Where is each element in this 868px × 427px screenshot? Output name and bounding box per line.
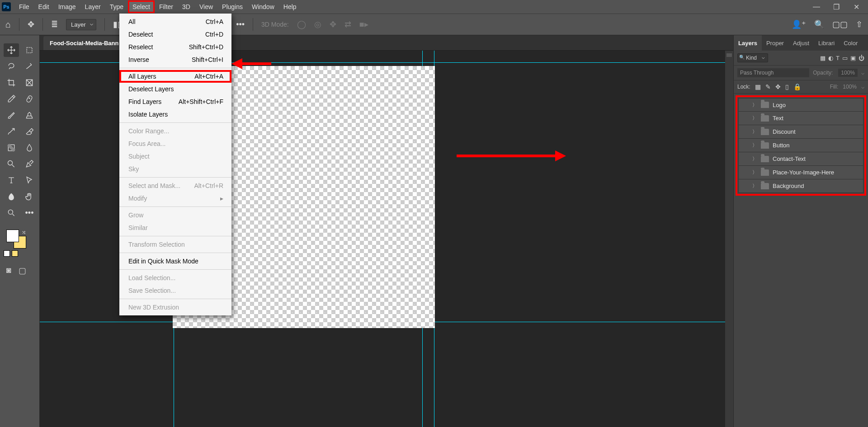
menu-item-deselect[interactable]: DeselectCtrl+D: [119, 28, 231, 41]
3d-slide-icon[interactable]: ⇄: [344, 19, 351, 29]
layer-logo[interactable]: 〉Logo: [738, 98, 863, 112]
filter-toggle-icon[interactable]: ⏻: [859, 55, 864, 61]
layer-discount[interactable]: 〉Discount: [738, 125, 863, 139]
panel-tab-layers[interactable]: Layers: [734, 35, 762, 51]
filter-kind-dropdown[interactable]: Kind: [737, 53, 768, 62]
move-tool[interactable]: [4, 43, 19, 57]
panel-tab-adjust[interactable]: Adjust: [788, 35, 814, 51]
autoselect-type-dropdown[interactable]: Layer: [66, 19, 96, 30]
window-restore-button[interactable]: ❐: [826, 1, 846, 12]
menu-item-reselect[interactable]: ReselectShift+Ctrl+D: [119, 41, 231, 53]
color-swatches[interactable]: ⤭: [4, 230, 36, 250]
lock-position-icon[interactable]: ✥: [775, 83, 781, 90]
menu-type[interactable]: Type: [105, 0, 128, 13]
swap-colors-icon[interactable]: ⤭: [22, 230, 26, 235]
menu-3d[interactable]: 3D: [178, 0, 195, 13]
menu-layer[interactable]: Layer: [80, 0, 105, 13]
filter-type-icon[interactable]: T: [836, 55, 840, 61]
filter-smart-icon[interactable]: ▣: [850, 55, 856, 61]
dodge-tool[interactable]: [4, 157, 19, 171]
menu-item-edit-in-quick-mask-mode[interactable]: Edit in Quick Mask Mode: [119, 255, 231, 267]
3d-pan-icon[interactable]: ✥: [330, 19, 336, 29]
more-options-icon[interactable]: •••: [236, 20, 245, 29]
panel-tab-color[interactable]: Color: [839, 35, 862, 51]
brush-tool[interactable]: [4, 108, 19, 122]
visibility-toggle[interactable]: [741, 101, 749, 108]
menu-image[interactable]: Image: [54, 0, 80, 13]
layer-button[interactable]: 〉Button: [738, 139, 863, 152]
menu-view[interactable]: View: [195, 0, 217, 13]
menu-help[interactable]: Help: [279, 0, 301, 13]
cloud-docs-icon[interactable]: 👤⁺: [792, 19, 806, 29]
blur-tool[interactable]: [22, 141, 37, 155]
workspace-icon[interactable]: ▢▢: [832, 19, 848, 29]
type-tool[interactable]: [4, 174, 19, 187]
expand-icon[interactable]: 〉: [752, 102, 757, 108]
expand-icon[interactable]: 〉: [752, 128, 757, 135]
menu-item-isolate-layers[interactable]: Isolate Layers: [119, 108, 231, 121]
menu-item-all[interactable]: AllCtrl+A: [119, 15, 231, 28]
quick-mask-icon[interactable]: ◙: [6, 266, 11, 276]
layer-place-your-image-here[interactable]: 〉Place-Your-Image-Here: [738, 166, 863, 179]
layer-text[interactable]: 〉Text: [738, 112, 863, 125]
home-button[interactable]: ⌂: [5, 19, 11, 30]
visibility-toggle[interactable]: [741, 142, 749, 149]
vertical-scrollbar[interactable]: [725, 51, 733, 427]
artboard-tool[interactable]: [22, 43, 37, 57]
visibility-toggle[interactable]: [741, 183, 749, 190]
expand-icon[interactable]: 〉: [752, 115, 757, 122]
panel-tab-proper[interactable]: Proper: [762, 35, 788, 51]
healing-brush-tool[interactable]: [22, 92, 37, 106]
menu-window[interactable]: Window: [247, 0, 279, 13]
menu-select[interactable]: Select: [128, 0, 155, 13]
shape-tool[interactable]: [4, 190, 19, 203]
frame-tool[interactable]: [22, 76, 37, 89]
3d-roll-icon[interactable]: ◎: [314, 19, 321, 29]
lock-transparency-icon[interactable]: ▦: [755, 83, 761, 90]
filter-pixel-icon[interactable]: ▩: [820, 55, 826, 61]
hand-tool[interactable]: [22, 190, 37, 203]
edit-toolbar-button[interactable]: •••: [22, 206, 37, 220]
opacity-value[interactable]: 100%: [838, 69, 858, 77]
gradient-tool[interactable]: [4, 141, 19, 155]
expand-icon[interactable]: 〉: [752, 155, 757, 162]
zoom-tool[interactable]: [4, 206, 19, 220]
panel-tab-librari[interactable]: Librari: [814, 35, 839, 51]
visibility-toggle[interactable]: [741, 115, 749, 122]
autoselect-layers-icon[interactable]: ≣: [51, 19, 58, 29]
3d-orbit-icon[interactable]: ◯: [297, 19, 306, 29]
menu-edit[interactable]: Edit: [34, 0, 54, 13]
window-minimize-button[interactable]: —: [807, 1, 826, 12]
lock-artboard-icon[interactable]: ▯: [785, 83, 789, 90]
visibility-toggle[interactable]: [741, 128, 749, 136]
screen-mode-icon[interactable]: ▢: [19, 266, 26, 276]
menu-item-all-layers[interactable]: All LayersAlt+Ctrl+A: [119, 70, 231, 83]
fill-value[interactable]: 100%: [843, 84, 857, 90]
clone-stamp-tool[interactable]: [22, 108, 37, 122]
menu-item-deselect-layers[interactable]: Deselect Layers: [119, 83, 231, 95]
menu-filter[interactable]: Filter: [155, 0, 178, 13]
menu-item-inverse[interactable]: InverseShift+Ctrl+I: [119, 53, 231, 66]
share-icon[interactable]: ⇧: [856, 19, 863, 29]
quick-select-tool[interactable]: [22, 60, 37, 73]
lasso-tool[interactable]: [4, 60, 19, 73]
foreground-color[interactable]: [6, 230, 19, 242]
expand-icon[interactable]: 〉: [752, 142, 757, 149]
lock-all-icon[interactable]: 🔒: [793, 83, 801, 90]
eraser-tool[interactable]: [22, 125, 37, 138]
menu-plugins[interactable]: Plugins: [217, 0, 247, 13]
window-close-button[interactable]: ✕: [846, 1, 866, 12]
visibility-toggle[interactable]: [741, 169, 749, 176]
expand-icon[interactable]: 〉: [752, 169, 757, 176]
menu-item-find-layers[interactable]: Find LayersAlt+Shift+Ctrl+F: [119, 95, 231, 108]
menu-file[interactable]: File: [14, 0, 34, 13]
3d-camera-icon[interactable]: ■▸: [359, 19, 368, 29]
eyedropper-tool[interactable]: [4, 92, 19, 106]
expand-icon[interactable]: 〉: [752, 183, 757, 189]
blend-mode-dropdown[interactable]: Pass Through: [737, 68, 809, 77]
search-icon[interactable]: 🔍: [814, 19, 824, 29]
visibility-toggle[interactable]: [741, 155, 749, 163]
document-tab[interactable]: Food-Social-Media-Bann: [43, 36, 125, 50]
layer-contact-text[interactable]: 〉Contact-Text: [738, 152, 863, 166]
filter-adjust-icon[interactable]: ◐: [828, 55, 833, 61]
